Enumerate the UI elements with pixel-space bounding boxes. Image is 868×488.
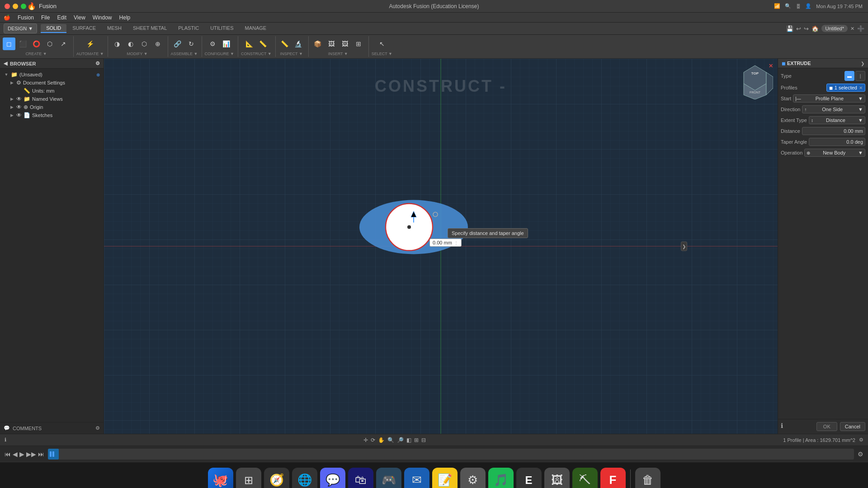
info-icon[interactable]: ℹ bbox=[781, 422, 783, 431]
combine-btn[interactable]: ⊕ bbox=[151, 38, 164, 50]
dock-finder[interactable]: 🐙 bbox=[208, 468, 233, 488]
type-solid-btn[interactable]: ▬ bbox=[844, 71, 854, 81]
profiles-clear-btn[interactable]: ✕ bbox=[859, 85, 863, 90]
construct2-btn[interactable]: 📏 bbox=[257, 38, 269, 50]
fullscreen-button[interactable] bbox=[21, 4, 26, 9]
select-btn[interactable]: ↖ bbox=[376, 38, 388, 50]
grid-icon[interactable]: ⊞ bbox=[414, 437, 419, 443]
zoom-icon[interactable]: 🔍 bbox=[387, 437, 394, 443]
revolve-btn[interactable]: ⭕ bbox=[30, 38, 42, 50]
interference-btn[interactable]: 🔬 bbox=[292, 38, 305, 50]
fillet-btn[interactable]: ◑ bbox=[111, 38, 123, 50]
timeline-thumb[interactable] bbox=[48, 449, 59, 460]
tab-mesh[interactable]: MESH bbox=[102, 24, 127, 33]
timeline-gear-icon[interactable]: ⚙ bbox=[858, 450, 863, 458]
insert-select-btn[interactable]: ⊞ bbox=[352, 38, 365, 50]
assemble-label[interactable]: ASSEMBLE ▼ bbox=[171, 52, 198, 56]
dock-epic[interactable]: E bbox=[516, 468, 542, 488]
insert-svg-btn[interactable]: 🖼 bbox=[325, 38, 338, 50]
dock-mail[interactable]: ✉ bbox=[404, 468, 429, 488]
configure-label[interactable]: CONFIGURE ▼ bbox=[205, 52, 234, 56]
dock-trash[interactable]: 🗑 bbox=[635, 468, 660, 488]
close-button[interactable] bbox=[5, 4, 10, 9]
view-options-icon[interactable]: ⊟ bbox=[421, 437, 426, 443]
status-settings-icon[interactable]: ⚙ bbox=[859, 437, 863, 443]
orbit-icon[interactable]: ⟳ bbox=[371, 437, 375, 443]
sidebar-settings-icon[interactable]: ⚙ bbox=[95, 61, 100, 66]
tree-item-origin[interactable]: ▶ 👁 ⊕ Origin bbox=[0, 103, 104, 111]
tree-item-named-views[interactable]: ▶ 👁 📁 Named Views bbox=[0, 95, 104, 103]
sidebar-collapse-icon[interactable]: ◀ bbox=[4, 61, 7, 66]
automate-label[interactable]: AUTOMATE ▼ bbox=[76, 52, 104, 56]
dock-appstore[interactable]: 🛍 bbox=[348, 468, 373, 488]
insert-mesh-btn[interactable]: 📦 bbox=[311, 38, 324, 50]
menu-apple[interactable]: 🍎 bbox=[4, 14, 10, 21]
distance-field[interactable] bbox=[802, 127, 865, 135]
menu-file[interactable]: File bbox=[41, 14, 50, 21]
menu-view[interactable]: View bbox=[74, 14, 85, 21]
tab-sheet-metal[interactable]: SHEET METAL bbox=[127, 24, 172, 33]
select-label[interactable]: SELECT ▼ bbox=[372, 52, 392, 56]
dock-discord[interactable]: 💬 bbox=[320, 468, 345, 488]
modify-label[interactable]: MODIFY ▼ bbox=[127, 52, 147, 56]
menu-help[interactable]: Help bbox=[119, 14, 131, 21]
tree-item-sketches[interactable]: ▶ 👁 📄 Sketches bbox=[0, 111, 104, 119]
cancel-button[interactable]: Cancel bbox=[840, 422, 865, 431]
sketch-btn[interactable]: ◻ bbox=[3, 38, 15, 50]
dock-minecraft[interactable]: ⛏ bbox=[572, 468, 598, 488]
cursor-icon[interactable]: ✛ bbox=[363, 437, 368, 443]
search-icon[interactable]: 🔍 bbox=[785, 3, 791, 9]
ok-button[interactable]: OK bbox=[816, 422, 837, 431]
timeline-end-btn[interactable]: ⏭ bbox=[38, 450, 44, 458]
dock-notes[interactable]: 📝 bbox=[432, 468, 458, 488]
dock-chrome[interactable]: 🌐 bbox=[292, 468, 317, 488]
extrude-panel-expand[interactable]: ❯ bbox=[861, 61, 864, 66]
distance-value[interactable]: 0.00 mm bbox=[433, 240, 452, 245]
comments-settings-icon[interactable]: ⚙ bbox=[95, 425, 100, 431]
distance-menu-icon[interactable]: ⋮ bbox=[454, 240, 458, 245]
chamfer-btn[interactable]: ◐ bbox=[124, 38, 137, 50]
pan-icon[interactable]: ✋ bbox=[378, 437, 385, 443]
create-label[interactable]: CREATE ▼ bbox=[25, 52, 47, 56]
panel-expand-arrow[interactable]: ❯ bbox=[681, 242, 687, 251]
dock-launchpad[interactable]: ⊞ bbox=[236, 468, 261, 488]
viewcube[interactable]: TOP FRONT ✕ bbox=[737, 63, 773, 99]
tab-solid[interactable]: SOLID bbox=[41, 24, 66, 33]
minimize-button[interactable] bbox=[13, 4, 18, 9]
menu-fusion[interactable]: Fusion bbox=[18, 14, 34, 21]
timeline-track[interactable] bbox=[48, 449, 854, 460]
measure-btn[interactable]: 📏 bbox=[278, 38, 291, 50]
timeline-prev-btn[interactable]: ◀ bbox=[13, 450, 18, 458]
profiles-value[interactable]: ◼ 1 selected ✕ bbox=[826, 84, 865, 92]
dock-steam[interactable]: 🎮 bbox=[376, 468, 401, 488]
type-thin-btn[interactable]: | bbox=[855, 71, 865, 81]
extrude-btn[interactable]: ⬛ bbox=[16, 38, 29, 50]
menu-window[interactable]: Window bbox=[93, 14, 112, 21]
start-select[interactable]: |— Profile Plane ▼ bbox=[793, 94, 865, 103]
dock-spotify[interactable]: 🎵 bbox=[488, 468, 514, 488]
viewport[interactable]: CONSTRUCT - Specify distance and taper a… bbox=[104, 59, 778, 434]
timeline-start-btn[interactable]: ⏮ bbox=[5, 450, 11, 458]
loft-btn[interactable]: ⬡ bbox=[43, 38, 56, 50]
tree-item-root[interactable]: ▼ 📁 (Unsaved) ⊕ bbox=[0, 70, 104, 79]
distance-input[interactable]: 0.00 mm ⋮ bbox=[429, 239, 462, 247]
tab-utilities[interactable]: UTILITIES bbox=[205, 24, 239, 33]
design-button[interactable]: DESIGN ▼ bbox=[4, 23, 37, 33]
direction-select[interactable]: ↑ One Side ▼ bbox=[802, 105, 865, 113]
inspect-label[interactable]: INSPECT ▼ bbox=[280, 52, 303, 56]
redo-icon[interactable]: ↪ bbox=[804, 25, 809, 32]
taper-field[interactable] bbox=[809, 138, 865, 146]
home-icon[interactable]: 🏠 bbox=[811, 25, 819, 32]
auto-btn[interactable]: ⚡ bbox=[84, 38, 96, 50]
construct-label-btn[interactable]: CONSTRUCT ▼ bbox=[241, 52, 272, 56]
dock-preview[interactable]: 🖼 bbox=[544, 468, 570, 488]
dock-system-prefs[interactable]: ⚙ bbox=[460, 468, 486, 488]
tree-item-doc-settings[interactable]: ▶ ⚙ Document Settings bbox=[0, 79, 104, 87]
timeline-play-btn[interactable]: ▶ bbox=[19, 450, 24, 458]
motion-btn[interactable]: ↻ bbox=[185, 38, 198, 50]
configure-btn[interactable]: ⚙ bbox=[206, 38, 219, 50]
add-tab-icon[interactable]: ➕ bbox=[857, 25, 864, 32]
shell-btn[interactable]: ⬡ bbox=[138, 38, 151, 50]
menu-edit[interactable]: Edit bbox=[57, 14, 66, 21]
dock-fusion[interactable]: F bbox=[600, 468, 626, 488]
